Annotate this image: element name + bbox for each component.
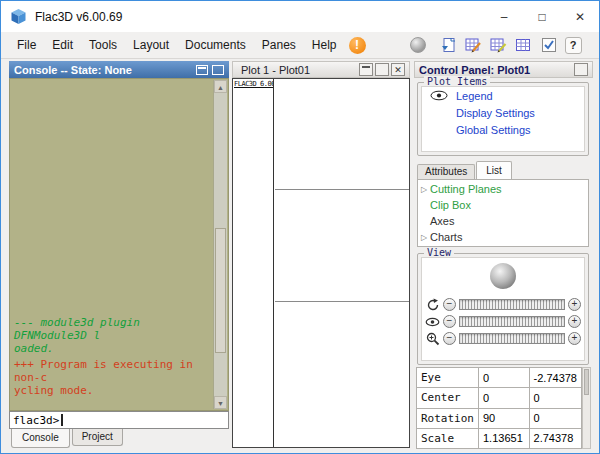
row-label: Scale xyxy=(417,428,479,448)
menu-help[interactable]: Help xyxy=(304,34,345,56)
control-panel-title: Control Panel: Plot01 xyxy=(419,64,530,76)
tree-item-axes[interactable]: Axes xyxy=(418,213,588,229)
row-value-1[interactable]: 1.13651 xyxy=(478,428,529,448)
global-settings-row: Global Settings xyxy=(422,121,584,138)
eye-control-row: − + xyxy=(422,313,584,330)
row-value-1[interactable]: 0 xyxy=(478,368,529,388)
menu-layout[interactable]: Layout xyxy=(125,34,177,56)
tree-item-clip-box[interactable]: Clip Box xyxy=(418,197,588,213)
scrollbar-thumb[interactable] xyxy=(215,228,226,353)
plot-items-group: Plot Items Legend Display Settings Globa xyxy=(417,82,589,156)
table-edit-icon[interactable] xyxy=(465,36,483,54)
menu-file[interactable]: File xyxy=(9,34,44,56)
table-edit-alt-icon[interactable] xyxy=(490,36,508,54)
row-value-1[interactable]: 0 xyxy=(478,388,529,408)
menu-edit[interactable]: Edit xyxy=(44,34,81,56)
toolbar-icons: ? xyxy=(440,36,582,54)
tree-item-charts[interactable]: ▷ Charts xyxy=(418,229,588,245)
row-value-2[interactable]: 0 xyxy=(529,388,581,408)
rotate-minus-button[interactable]: − xyxy=(443,298,456,311)
row-value-1[interactable]: 90 xyxy=(478,408,529,428)
eye-slider[interactable] xyxy=(459,316,565,327)
row-value-2[interactable]: 0 xyxy=(529,408,581,428)
menu-panes[interactable]: Panes xyxy=(254,34,304,56)
checkbox-icon[interactable] xyxy=(540,36,558,54)
console-prompt: flac3d> xyxy=(13,414,59,427)
pane-shade-button[interactable] xyxy=(196,65,208,75)
tab-attributes[interactable]: Attributes xyxy=(417,164,475,179)
plot-divider-line xyxy=(275,301,409,302)
view-controls: − + − + xyxy=(421,257,585,361)
scroll-down-icon[interactable]: ▼ xyxy=(214,396,227,409)
console-header: Console -- State: None xyxy=(9,61,229,78)
table-scrollbar[interactable] xyxy=(582,367,591,449)
tab-project[interactable]: Project xyxy=(72,429,123,446)
eye-plus-button[interactable]: + xyxy=(568,315,581,328)
console-output: --- module3d plugin DFNModule3D l oaded.… xyxy=(14,316,210,397)
plot-shade-button[interactable] xyxy=(359,63,373,76)
row-label: Center xyxy=(417,388,479,408)
plot-items-list: Legend Display Settings Global Settings xyxy=(421,86,585,152)
zoom-icon xyxy=(425,332,440,346)
plot-float-button[interactable] xyxy=(375,63,389,76)
app-window: Flac3D v6.00.69 – □ ✕ File Edit Tools La… xyxy=(0,0,600,454)
global-settings-link[interactable]: Global Settings xyxy=(456,124,531,136)
console-header-title: Console -- State: None xyxy=(14,64,132,76)
console-bottom-tabs: Console Project xyxy=(11,429,125,448)
window-title: Flac3D v6.00.69 xyxy=(35,10,122,24)
menu-bar: File Edit Tools Layout Documents Panes H… xyxy=(1,32,599,59)
title-bar: Flac3D v6.00.69 – □ ✕ xyxy=(1,1,599,32)
console-line: ycling mode. xyxy=(14,384,210,397)
scroll-up-icon[interactable]: ▲ xyxy=(214,80,227,93)
visibility-eye-icon[interactable] xyxy=(422,90,456,101)
tab-console[interactable]: Console xyxy=(11,429,70,448)
display-settings-link[interactable]: Display Settings xyxy=(456,107,535,119)
row-value-2[interactable]: 2.74378 xyxy=(529,428,581,448)
console-line: oaded. xyxy=(14,342,210,355)
console-line: +++ Program is executing in non-c xyxy=(14,358,210,384)
console-scrollbar[interactable]: ▲ ▼ xyxy=(213,80,227,409)
zoom-plus-button[interactable]: + xyxy=(568,332,581,345)
zoom-slider[interactable] xyxy=(459,333,565,344)
expand-arrow-icon[interactable]: ▷ xyxy=(418,185,430,194)
control-panel-float-button[interactable] xyxy=(574,63,588,76)
plot-item-tree: ▷ Cutting Planes Clip Box Axes ▷ Charts xyxy=(417,179,589,247)
window-controls: – □ ✕ xyxy=(485,1,599,32)
menu-tools[interactable]: Tools xyxy=(81,34,125,56)
legend-link[interactable]: Legend xyxy=(456,90,493,102)
warning-icon[interactable]: ! xyxy=(349,37,366,54)
view-params-area: Eye 0 -2.74378 Center 0 0 Rotation 90 0 … xyxy=(416,367,591,449)
close-button[interactable]: ✕ xyxy=(561,1,599,32)
maximize-button[interactable]: □ xyxy=(523,1,561,32)
table-row: Scale 1.13651 2.74378 xyxy=(417,428,582,448)
row-label: Rotation xyxy=(417,408,479,428)
plot-legend: FLAC3D 6.00 xyxy=(233,79,274,447)
table-icon[interactable] xyxy=(515,36,533,54)
tab-list[interactable]: List xyxy=(476,161,512,179)
scrollbar-thumb[interactable] xyxy=(584,369,589,395)
plot-close-button[interactable]: ✕ xyxy=(391,63,405,76)
eye-minus-button[interactable]: − xyxy=(443,315,456,328)
app-logo-icon xyxy=(10,8,27,25)
zoom-minus-button[interactable]: − xyxy=(443,332,456,345)
expand-arrow-icon[interactable]: ▷ xyxy=(418,233,430,242)
table-row: Center 0 0 xyxy=(417,388,582,408)
plot-view[interactable]: FLAC3D 6.00 xyxy=(232,78,410,448)
zoom-control-row: − + xyxy=(422,330,584,347)
help-icon[interactable]: ? xyxy=(565,37,582,54)
cycle-indicator-icon[interactable] xyxy=(410,37,426,53)
new-plot-document-icon[interactable] xyxy=(440,36,458,54)
trackball-sphere[interactable] xyxy=(490,263,516,289)
display-settings-row: Display Settings xyxy=(422,104,584,121)
plot-title: Plot 1 - Plot01 xyxy=(241,64,310,76)
menu-documents[interactable]: Documents xyxy=(177,34,254,56)
rotate-plus-button[interactable]: + xyxy=(568,298,581,311)
rotate-control-row: − + xyxy=(422,296,584,313)
console-output-area[interactable]: --- module3d plugin DFNModule3D l oaded.… xyxy=(9,78,229,411)
minimize-button[interactable]: – xyxy=(485,1,523,32)
rotate-slider[interactable] xyxy=(459,299,565,310)
tree-item-cutting-planes[interactable]: ▷ Cutting Planes xyxy=(418,181,588,197)
pane-float-button[interactable] xyxy=(212,65,224,75)
console-command-input[interactable]: flac3d> xyxy=(9,411,229,429)
row-value-2[interactable]: -2.74378 xyxy=(529,368,581,388)
